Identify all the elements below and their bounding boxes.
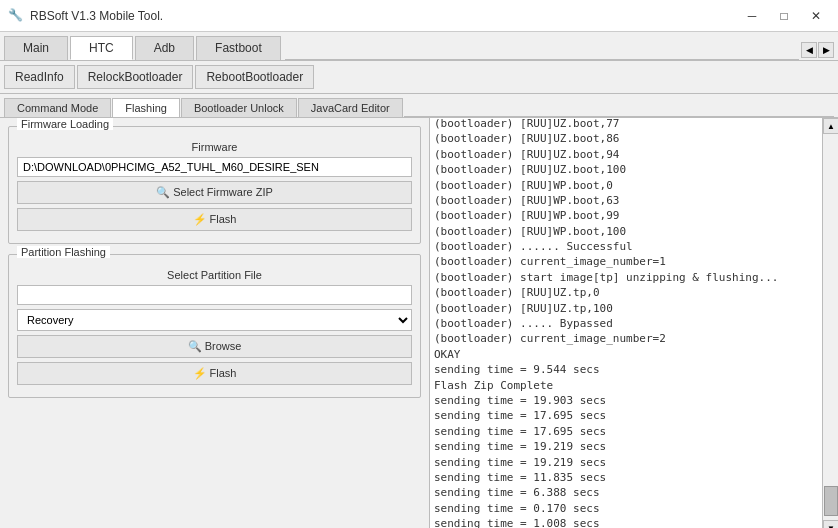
relockbootloader-button[interactable]: RelockBootloader <box>77 65 194 89</box>
log-line: sending time = 1.008 secs <box>434 516 818 528</box>
select-firmware-button[interactable]: 🔍 Select Firmware ZIP <box>17 181 412 204</box>
firmware-group-title: Firmware Loading <box>17 118 113 130</box>
main-tabs: Main HTC Adb Fastboot ◀ ▶ <box>0 32 838 61</box>
log-line: sending time = 19.903 secs <box>434 393 818 408</box>
log-line: sending time = 17.695 secs <box>434 424 818 439</box>
right-panel-inner: (bootloader) [RUU]UZ.boot,35(bootloader)… <box>430 118 838 528</box>
log-line: sending time = 0.170 secs <box>434 501 818 516</box>
left-panel: Firmware Loading Firmware 🔍 Select Firmw… <box>0 118 430 528</box>
app-title: RBSoft V1.3 Mobile Tool. <box>30 9 163 23</box>
log-line: (bootloader) [RUU]UZ.boot,77 <box>434 118 818 131</box>
log-line: sending time = 19.219 secs <box>434 455 818 470</box>
app-icon: 🔧 <box>8 8 24 24</box>
subtab-spacer <box>404 98 834 117</box>
scroll-left-btn[interactable]: ◀ <box>801 42 817 58</box>
nav-arrows: ◀ ▶ <box>801 36 834 60</box>
partition-group-title: Partition Flashing <box>17 246 110 258</box>
readinfo-button[interactable]: ReadInfo <box>4 65 75 89</box>
firmware-path-input[interactable] <box>17 157 412 177</box>
log-line: (bootloader) current_image_number=1 <box>434 254 818 269</box>
titlebar-left: 🔧 RBSoft V1.3 Mobile Tool. <box>8 8 163 24</box>
scrollbar-track: ▲ ▼ <box>822 118 838 528</box>
tab-javacard-editor[interactable]: JavaCard Editor <box>298 98 403 117</box>
log-line: (bootloader) start image[tp] unzipping &… <box>434 270 818 285</box>
titlebar: 🔧 RBSoft V1.3 Mobile Tool. ─ □ ✕ <box>0 0 838 32</box>
log-area: (bootloader) [RUU]UZ.boot,35(bootloader)… <box>430 118 822 528</box>
browse-button[interactable]: 🔍 Browse <box>17 335 412 358</box>
maximize-button[interactable]: □ <box>770 5 798 27</box>
tab-main[interactable]: Main <box>4 36 68 60</box>
tab-bootloader-unlock[interactable]: Bootloader Unlock <box>181 98 297 117</box>
log-line: sending time = 9.544 secs <box>434 362 818 377</box>
log-line: (bootloader) [RUU]UZ.tp,100 <box>434 301 818 316</box>
log-line: sending time = 19.219 secs <box>434 439 818 454</box>
firmware-group-inner: Firmware 🔍 Select Firmware ZIP ⚡ Flash <box>17 141 412 235</box>
log-line: sending time = 6.388 secs <box>434 485 818 500</box>
window-controls: ─ □ ✕ <box>738 5 830 27</box>
toolbar: ReadInfo RelockBootloader RebootBootload… <box>0 61 838 94</box>
close-button[interactable]: ✕ <box>802 5 830 27</box>
tab-htc[interactable]: HTC <box>70 36 133 60</box>
content-area: Firmware Loading Firmware 🔍 Select Firmw… <box>0 118 838 528</box>
sub-tabs: Command Mode Flashing Bootloader Unlock … <box>0 94 838 118</box>
log-line: (bootloader) [RUU]UZ.boot,86 <box>434 131 818 146</box>
partition-group-inner: Select Partition File Recovery Boot Syst… <box>17 269 412 389</box>
tab-adb[interactable]: Adb <box>135 36 194 60</box>
tab-spacer <box>285 36 799 60</box>
rebootbootloader-button[interactable]: RebootBootloader <box>195 65 314 89</box>
tab-flashing[interactable]: Flashing <box>112 98 180 117</box>
minimize-button[interactable]: ─ <box>738 5 766 27</box>
partition-file-input[interactable] <box>17 285 412 305</box>
flash-partition-button[interactable]: ⚡ Flash <box>17 362 412 385</box>
log-line: OKAY <box>434 347 818 362</box>
right-panel: (bootloader) [RUU]UZ.boot,35(bootloader)… <box>430 118 838 528</box>
log-line: (bootloader) [RUU]UZ.boot,94 <box>434 147 818 162</box>
log-line: (bootloader) [RUU]UZ.tp,0 <box>434 285 818 300</box>
partition-select-label: Select Partition File <box>17 269 412 281</box>
firmware-label: Firmware <box>17 141 412 153</box>
firmware-group: Firmware Loading Firmware 🔍 Select Firmw… <box>8 126 421 244</box>
log-line: sending time = 17.695 secs <box>434 408 818 423</box>
scrollbar-thumb[interactable] <box>824 486 838 516</box>
tab-fastboot[interactable]: Fastboot <box>196 36 281 60</box>
tab-command-mode[interactable]: Command Mode <box>4 98 111 117</box>
log-line: (bootloader) ...... Successful <box>434 239 818 254</box>
partition-group: Partition Flashing Select Partition File… <box>8 254 421 398</box>
flash-firmware-button[interactable]: ⚡ Flash <box>17 208 412 231</box>
scrollbar-up-btn[interactable]: ▲ <box>823 118 838 134</box>
panel-content: Firmware Loading Firmware 🔍 Select Firmw… <box>0 118 429 528</box>
log-line: (bootloader) [RUU]WP.boot,63 <box>434 193 818 208</box>
scrollbar-down-btn[interactable]: ▼ <box>823 520 838 528</box>
log-line: (bootloader) [RUU]WP.boot,0 <box>434 178 818 193</box>
log-line: (bootloader) current_image_number=2 <box>434 331 818 346</box>
log-line: sending time = 11.835 secs <box>434 470 818 485</box>
partition-dropdown[interactable]: Recovery Boot System Userdata Cache <box>17 309 412 331</box>
log-line: (bootloader) [RUU]WP.boot,100 <box>434 224 818 239</box>
log-line: (bootloader) [RUU]WP.boot,99 <box>434 208 818 223</box>
scroll-right-btn[interactable]: ▶ <box>818 42 834 58</box>
log-line: (bootloader) [RUU]UZ.boot,100 <box>434 162 818 177</box>
log-line: (bootloader) ..... Bypassed <box>434 316 818 331</box>
log-line: Flash Zip Complete <box>434 378 818 393</box>
